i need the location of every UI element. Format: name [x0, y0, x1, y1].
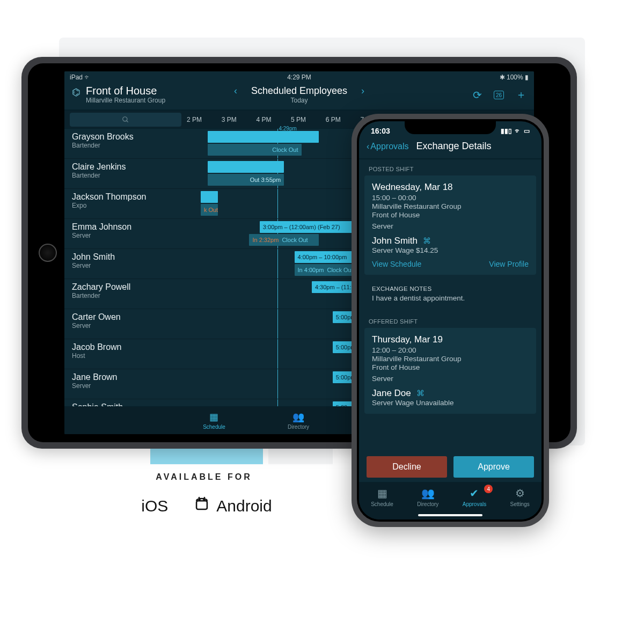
- offered-time: 12:00 – 20:00: [372, 346, 529, 354]
- offered-label: OFFERED SHIFT: [359, 312, 541, 328]
- offered-date: Thursday, Mar 19: [372, 334, 529, 345]
- directory-icon: 👥: [292, 411, 304, 423]
- view-schedule-link[interactable]: View Schedule: [372, 260, 421, 268]
- offered-role: Server: [372, 375, 529, 383]
- tab-label: Directory: [288, 424, 309, 430]
- emp-role: Bartender: [72, 142, 179, 149]
- posted-time: 15:00 – 00:00: [372, 194, 529, 202]
- posted-org: Millarville Restaurant Group: [372, 202, 529, 210]
- svg-rect-2: [196, 501, 207, 509]
- emp-role: Server: [72, 322, 179, 330]
- search-input[interactable]: [70, 113, 181, 127]
- add-icon[interactable]: ＋: [516, 87, 526, 102]
- offered-org: Millarville Restaurant Group: [372, 355, 529, 363]
- view-profile-link[interactable]: View Profile: [489, 260, 529, 268]
- emp-role: Bartender: [72, 172, 179, 179]
- exchange-notes: EXCHANGE NOTES I have a dentist appointm…: [364, 280, 536, 304]
- chevron-left-icon: ‹: [367, 142, 369, 151]
- iphone-body[interactable]: POSTED SHIFT Wednesday, Mar 18 15:00 – 0…: [359, 159, 541, 472]
- header-center: ‹ Scheduled Employees › Today: [222, 85, 376, 104]
- org-subtitle: Millarville Restaurant Group: [86, 97, 165, 104]
- shift-bar[interactable]: In 2:32pmClock Out: [249, 234, 318, 246]
- refresh-icon[interactable]: ⟳: [473, 89, 482, 101]
- time-col: 5 PM: [291, 116, 326, 123]
- iphone-device: 16:03 ▮▮▯ᯤ▭ ‹ Approvals Exchange Details…: [352, 114, 549, 527]
- iphone-notch: [405, 119, 496, 134]
- badge: 4: [484, 485, 493, 493]
- org-tree-icon[interactable]: ⌬: [72, 86, 80, 98]
- shift-bar[interactable]: [208, 161, 284, 173]
- offered-wage: Server Wage Unavailable: [372, 399, 529, 407]
- posted-date: Wednesday, Mar 18: [372, 182, 529, 193]
- tab-label: Approvals: [463, 501, 486, 507]
- emp-role: Server: [72, 382, 179, 390]
- chat-icon[interactable]: ⌘: [416, 389, 425, 398]
- emp-name: Carter Owen: [72, 312, 179, 322]
- emp-name: Claire Jenkins: [72, 162, 179, 172]
- ph-time: 16:03: [371, 127, 390, 135]
- chat-icon[interactable]: ⌘: [423, 236, 431, 246]
- tab-settings[interactable]: ⚙Settings: [510, 487, 530, 507]
- posted-label: POSTED SHIFT: [359, 159, 541, 175]
- schedule-icon: ▦: [377, 487, 387, 500]
- tab-label: Settings: [510, 501, 530, 507]
- center-sub: Today: [222, 97, 376, 104]
- emp-name: Jacob Brown: [72, 342, 179, 352]
- time-col: 3 PM: [222, 116, 257, 123]
- shift-bar[interactable]: k Out: [201, 204, 218, 216]
- shift-bar[interactable]: [208, 131, 319, 143]
- calendar-icon[interactable]: 26: [494, 91, 504, 99]
- android-label: Android: [216, 497, 272, 515]
- iphone-screen: 16:03 ▮▮▯ᯤ▭ ‹ Approvals Exchange Details…: [359, 121, 541, 519]
- emp-name: Jackson Thompson: [72, 192, 179, 202]
- time-col: 4 PM: [256, 116, 291, 123]
- tab-directory[interactable]: 👥Directory: [417, 487, 438, 507]
- emp-role: Expo: [72, 202, 179, 209]
- dept-title: Front of House: [86, 85, 165, 97]
- emp-name: John Smith: [72, 252, 179, 262]
- ios-label: iOS: [141, 497, 168, 515]
- tab-directory[interactable]: 👥Directory: [288, 411, 309, 430]
- time-col: 2 PM: [187, 116, 222, 123]
- tab-schedule[interactable]: ▦Schedule: [371, 487, 393, 507]
- tab-approvals[interactable]: ✔Approvals4: [463, 487, 486, 507]
- posted-person: John Smith: [372, 236, 418, 246]
- prev-day-button[interactable]: ‹: [222, 85, 249, 96]
- decline-button[interactable]: Decline: [367, 456, 447, 478]
- status-time: 4:29 PM: [287, 74, 311, 81]
- emp-name: Jane Brown: [72, 372, 179, 382]
- offered-shift-card: Thursday, Mar 19 12:00 – 20:00 Millarvil…: [364, 328, 536, 414]
- offered-dept: Front of House: [372, 363, 529, 371]
- iphone-header: ‹ Approvals Exchange Details: [359, 136, 541, 159]
- svg-point-6: [204, 499, 205, 500]
- shift-bar[interactable]: [201, 191, 218, 203]
- posted-dept: Front of House: [372, 211, 529, 219]
- notes-text: I have a dentist appointment.: [372, 294, 529, 302]
- screen-title: Exchange Details: [416, 141, 491, 152]
- back-button[interactable]: ‹ Approvals: [367, 142, 408, 151]
- emp-name: Grayson Brooks: [72, 132, 179, 142]
- approve-button[interactable]: Approve: [453, 456, 534, 478]
- posted-role: Server: [372, 222, 529, 230]
- signal-icon: ▮▮▯: [501, 127, 512, 135]
- svg-point-5: [199, 499, 200, 500]
- schedule-icon: ▦: [209, 411, 218, 423]
- shift-bar[interactable]: Clock Out: [208, 144, 302, 156]
- ipad-home-button[interactable]: [39, 244, 57, 262]
- emp-role: Server: [72, 232, 179, 239]
- status-left: iPad ᯤ: [70, 74, 91, 81]
- time-col: 6 PM: [326, 116, 361, 123]
- home-indicator[interactable]: [418, 514, 482, 516]
- shift-bar[interactable]: Out 3:55pm: [208, 174, 284, 186]
- android-icon: [193, 495, 211, 517]
- next-day-button[interactable]: ›: [349, 85, 376, 96]
- action-row: Decline Approve: [359, 451, 541, 482]
- settings-icon: ⚙: [515, 487, 525, 500]
- emp-name: Zachary Powell: [72, 282, 179, 292]
- wifi-icon: ᯤ: [515, 127, 521, 135]
- emp-name: Emma Johnson: [72, 222, 179, 232]
- ipad-statusbar: iPad ᯤ 4:29 PM ✱ 100% ▮: [64, 71, 534, 83]
- svg-point-0: [123, 116, 127, 121]
- emp-role: Server: [72, 262, 179, 269]
- tab-schedule[interactable]: ▦Schedule: [203, 411, 225, 430]
